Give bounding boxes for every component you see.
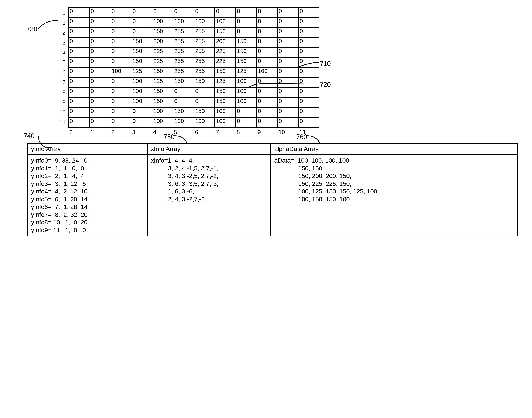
grid-cell: 255 <box>173 68 194 78</box>
grid-cell: 100 <box>152 107 173 117</box>
grid-cell: 255 <box>173 38 194 47</box>
grid-row: 200001502552551500000 <box>55 28 319 38</box>
grid-cell: 0 <box>298 47 319 58</box>
grid-cell: 225 <box>215 58 236 68</box>
grid-cell: 0 <box>110 98 131 107</box>
grid-cell: 100 <box>236 88 256 98</box>
grid-cell: 0 <box>69 18 89 28</box>
grid-row: 3000150200255255200150000 <box>55 38 319 47</box>
grid-cell: 0 <box>256 38 278 47</box>
grid-cell: 255 <box>194 68 215 78</box>
grid-cell: 150 <box>152 68 173 78</box>
col-label: 10 <box>278 128 298 136</box>
row-label: 5 <box>55 58 69 68</box>
grid-cell: 0 <box>256 28 278 38</box>
grid-cell: 0 <box>256 117 278 128</box>
yinfo-cell: yInfo0= 9, 38, 24, 0 yInfo1= 1, 1, 0, 0 … <box>28 155 147 236</box>
grid-cell: 0 <box>89 117 110 128</box>
grid-cell: 0 <box>298 38 319 47</box>
grid-cell: 100 <box>194 117 215 128</box>
grid-cell: 0 <box>69 8 89 18</box>
row-label: 9 <box>55 98 69 107</box>
grid-cell: 0 <box>256 8 278 18</box>
grid-cell: 100 <box>173 117 194 128</box>
grid-cell: 0 <box>278 38 298 47</box>
grid-cell: 0 <box>89 28 110 38</box>
row-label: 8 <box>55 88 69 98</box>
grid-cell: 0 <box>69 98 89 107</box>
grid-cell: 0 <box>110 58 131 68</box>
row-label: 6 <box>55 68 69 78</box>
grid-cell: 0 <box>69 117 89 128</box>
grid-cell: 0 <box>69 107 89 117</box>
grid-cell: 100 <box>131 98 152 107</box>
grid-cell: 150 <box>131 38 152 47</box>
grid-cell: 0 <box>215 8 236 18</box>
grid-cell: 0 <box>236 107 256 117</box>
grid-cell: 225 <box>152 47 173 58</box>
grid-cell: 0 <box>256 58 278 68</box>
grid-cell: 0 <box>152 8 173 18</box>
grid-cell: 0 <box>278 47 298 58</box>
grid-cell: 0 <box>69 47 89 58</box>
col-label: 9 <box>256 128 278 136</box>
grid-cell: 150 <box>236 58 256 68</box>
callout-710-leader <box>296 62 320 70</box>
grid-cell: 255 <box>173 58 194 68</box>
callout-720-leader <box>249 81 320 88</box>
row-label: 0 <box>55 8 69 18</box>
grid-cell: 150 <box>236 38 256 47</box>
callout-710: 710 <box>320 60 331 68</box>
row-label: 4 <box>55 47 69 58</box>
grid-cell: 255 <box>194 38 215 47</box>
grid-cell: 100 <box>173 18 194 28</box>
arrays-table: yInfo Array xInfo Array alphaData Array … <box>27 143 518 236</box>
grid-cell: 100 <box>236 98 256 107</box>
grid-cell: 0 <box>236 18 256 28</box>
grid-row: 1000001001501501000000 <box>55 107 319 117</box>
grid-cell: 0 <box>278 8 298 18</box>
grid-cell: 255 <box>194 58 215 68</box>
grid-cell: 0 <box>173 88 194 98</box>
xinfo-content: xInfo=1, 4, 4,-4, 3, 2, 4,-1,5, 2,7,-1, … <box>151 157 267 203</box>
grid-cell: 150 <box>152 98 173 107</box>
grid-cell: 100 <box>152 18 173 28</box>
grid-cell: 100 <box>215 18 236 28</box>
grid-cell: 100 <box>131 88 152 98</box>
grid-cell: 0 <box>298 98 319 107</box>
callout-750: 750 <box>163 133 174 141</box>
grid-cell: 100 <box>194 18 215 28</box>
grid-cell: 0 <box>110 78 131 88</box>
col-label: 6 <box>194 128 215 136</box>
grid-cell: 0 <box>278 28 298 38</box>
grid-cell: 0 <box>278 58 298 68</box>
grid-cell: 0 <box>236 8 256 18</box>
grid-cell: 0 <box>89 38 110 47</box>
grid-cell: 255 <box>173 47 194 58</box>
grid-cell: 0 <box>69 78 89 88</box>
grid-cell: 0 <box>256 98 278 107</box>
grid-cell: 150 <box>215 98 236 107</box>
grid-cell: 0 <box>256 47 278 58</box>
grid-cell: 0 <box>89 18 110 28</box>
row-label: 3 <box>55 38 69 47</box>
grid-cell: 0 <box>89 107 110 117</box>
grid-cell: 150 <box>173 107 194 117</box>
grid-cell: 125 <box>131 68 152 78</box>
grid-cell: 0 <box>89 58 110 68</box>
grid-cell: 0 <box>110 88 131 98</box>
callout-760-leader <box>307 134 325 145</box>
col-label: 7 <box>215 128 236 136</box>
callout-740-text: 740 <box>24 132 35 139</box>
grid-cell: 0 <box>69 38 89 47</box>
grid-cell: 0 <box>194 88 215 98</box>
diagram-page: 730 710 720 0000000000000100001001001001… <box>7 7 516 236</box>
grid-cell: 150 <box>152 28 173 38</box>
callout-730-leader <box>38 20 59 31</box>
grid-cell: 0 <box>278 88 298 98</box>
grid-cell: 125 <box>152 78 173 88</box>
grid-cell: 0 <box>173 98 194 107</box>
grid-cell: 225 <box>152 58 173 68</box>
grid-cell: 0 <box>278 18 298 28</box>
grid-cell: 150 <box>215 28 236 38</box>
